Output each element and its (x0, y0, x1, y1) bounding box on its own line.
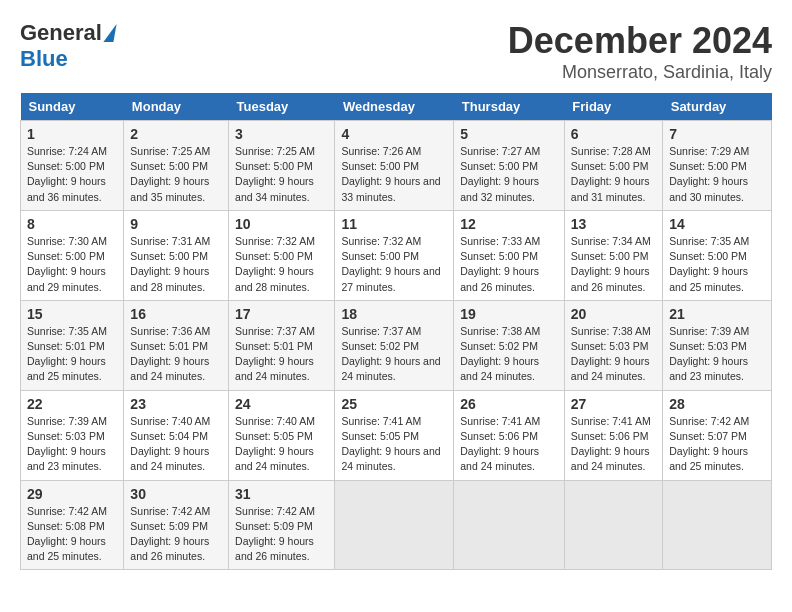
day-number: 14 (669, 216, 765, 232)
day-info: Sunrise: 7:29 AMSunset: 5:00 PMDaylight:… (669, 145, 749, 203)
calendar-cell: 10 Sunrise: 7:32 AMSunset: 5:00 PMDaylig… (229, 210, 335, 300)
day-info: Sunrise: 7:42 AMSunset: 5:08 PMDaylight:… (27, 505, 107, 563)
calendar-cell: 28 Sunrise: 7:42 AMSunset: 5:07 PMDaylig… (663, 390, 772, 480)
calendar-cell: 22 Sunrise: 7:39 AMSunset: 5:03 PMDaylig… (21, 390, 124, 480)
day-number: 31 (235, 486, 328, 502)
calendar-header-row: SundayMondayTuesdayWednesdayThursdayFrid… (21, 93, 772, 121)
calendar-cell: 23 Sunrise: 7:40 AMSunset: 5:04 PMDaylig… (124, 390, 229, 480)
calendar-cell: 7 Sunrise: 7:29 AMSunset: 5:00 PMDayligh… (663, 121, 772, 211)
day-info: Sunrise: 7:32 AMSunset: 5:00 PMDaylight:… (341, 235, 440, 293)
col-header-saturday: Saturday (663, 93, 772, 121)
day-info: Sunrise: 7:42 AMSunset: 5:09 PMDaylight:… (235, 505, 315, 563)
day-number: 6 (571, 126, 656, 142)
day-info: Sunrise: 7:41 AMSunset: 5:06 PMDaylight:… (460, 415, 540, 473)
calendar-cell (335, 480, 454, 570)
day-info: Sunrise: 7:36 AMSunset: 5:01 PMDaylight:… (130, 325, 210, 383)
calendar-cell: 8 Sunrise: 7:30 AMSunset: 5:00 PMDayligh… (21, 210, 124, 300)
calendar-week-4: 22 Sunrise: 7:39 AMSunset: 5:03 PMDaylig… (21, 390, 772, 480)
day-number: 30 (130, 486, 222, 502)
day-number: 23 (130, 396, 222, 412)
col-header-monday: Monday (124, 93, 229, 121)
logo: General Blue (20, 20, 115, 72)
calendar-cell: 3 Sunrise: 7:25 AMSunset: 5:00 PMDayligh… (229, 121, 335, 211)
calendar-week-1: 1 Sunrise: 7:24 AMSunset: 5:00 PMDayligh… (21, 121, 772, 211)
col-header-thursday: Thursday (454, 93, 565, 121)
day-number: 5 (460, 126, 558, 142)
logo-arrow-icon (103, 24, 116, 42)
day-number: 27 (571, 396, 656, 412)
day-number: 8 (27, 216, 117, 232)
day-info: Sunrise: 7:37 AMSunset: 5:02 PMDaylight:… (341, 325, 440, 383)
col-header-tuesday: Tuesday (229, 93, 335, 121)
day-info: Sunrise: 7:34 AMSunset: 5:00 PMDaylight:… (571, 235, 651, 293)
day-info: Sunrise: 7:31 AMSunset: 5:00 PMDaylight:… (130, 235, 210, 293)
day-info: Sunrise: 7:38 AMSunset: 5:03 PMDaylight:… (571, 325, 651, 383)
day-info: Sunrise: 7:30 AMSunset: 5:00 PMDaylight:… (27, 235, 107, 293)
page-title: December 2024 (508, 20, 772, 62)
day-info: Sunrise: 7:25 AMSunset: 5:00 PMDaylight:… (235, 145, 315, 203)
logo-general: General (20, 20, 102, 46)
day-info: Sunrise: 7:37 AMSunset: 5:01 PMDaylight:… (235, 325, 315, 383)
col-header-sunday: Sunday (21, 93, 124, 121)
day-number: 25 (341, 396, 447, 412)
day-info: Sunrise: 7:25 AMSunset: 5:00 PMDaylight:… (130, 145, 210, 203)
calendar-cell: 13 Sunrise: 7:34 AMSunset: 5:00 PMDaylig… (564, 210, 662, 300)
calendar-cell (454, 480, 565, 570)
calendar-cell: 2 Sunrise: 7:25 AMSunset: 5:00 PMDayligh… (124, 121, 229, 211)
day-info: Sunrise: 7:42 AMSunset: 5:07 PMDaylight:… (669, 415, 749, 473)
col-header-friday: Friday (564, 93, 662, 121)
calendar-cell: 25 Sunrise: 7:41 AMSunset: 5:05 PMDaylig… (335, 390, 454, 480)
day-number: 21 (669, 306, 765, 322)
calendar-week-5: 29 Sunrise: 7:42 AMSunset: 5:08 PMDaylig… (21, 480, 772, 570)
calendar-cell: 20 Sunrise: 7:38 AMSunset: 5:03 PMDaylig… (564, 300, 662, 390)
page-subtitle: Monserrato, Sardinia, Italy (508, 62, 772, 83)
calendar-cell: 26 Sunrise: 7:41 AMSunset: 5:06 PMDaylig… (454, 390, 565, 480)
day-info: Sunrise: 7:33 AMSunset: 5:00 PMDaylight:… (460, 235, 540, 293)
day-info: Sunrise: 7:32 AMSunset: 5:00 PMDaylight:… (235, 235, 315, 293)
calendar-cell: 15 Sunrise: 7:35 AMSunset: 5:01 PMDaylig… (21, 300, 124, 390)
day-info: Sunrise: 7:39 AMSunset: 5:03 PMDaylight:… (669, 325, 749, 383)
day-number: 3 (235, 126, 328, 142)
col-header-wednesday: Wednesday (335, 93, 454, 121)
calendar-cell: 24 Sunrise: 7:40 AMSunset: 5:05 PMDaylig… (229, 390, 335, 480)
calendar-cell: 29 Sunrise: 7:42 AMSunset: 5:08 PMDaylig… (21, 480, 124, 570)
logo-blue: Blue (20, 46, 68, 71)
calendar-cell: 11 Sunrise: 7:32 AMSunset: 5:00 PMDaylig… (335, 210, 454, 300)
day-number: 12 (460, 216, 558, 232)
calendar-week-3: 15 Sunrise: 7:35 AMSunset: 5:01 PMDaylig… (21, 300, 772, 390)
day-info: Sunrise: 7:24 AMSunset: 5:00 PMDaylight:… (27, 145, 107, 203)
calendar-cell: 18 Sunrise: 7:37 AMSunset: 5:02 PMDaylig… (335, 300, 454, 390)
calendar-cell: 27 Sunrise: 7:41 AMSunset: 5:06 PMDaylig… (564, 390, 662, 480)
day-number: 10 (235, 216, 328, 232)
calendar-cell: 6 Sunrise: 7:28 AMSunset: 5:00 PMDayligh… (564, 121, 662, 211)
day-info: Sunrise: 7:40 AMSunset: 5:05 PMDaylight:… (235, 415, 315, 473)
calendar-week-2: 8 Sunrise: 7:30 AMSunset: 5:00 PMDayligh… (21, 210, 772, 300)
day-number: 11 (341, 216, 447, 232)
day-info: Sunrise: 7:28 AMSunset: 5:00 PMDaylight:… (571, 145, 651, 203)
day-number: 19 (460, 306, 558, 322)
day-info: Sunrise: 7:35 AMSunset: 5:01 PMDaylight:… (27, 325, 107, 383)
calendar-cell: 16 Sunrise: 7:36 AMSunset: 5:01 PMDaylig… (124, 300, 229, 390)
calendar-cell: 21 Sunrise: 7:39 AMSunset: 5:03 PMDaylig… (663, 300, 772, 390)
day-info: Sunrise: 7:42 AMSunset: 5:09 PMDaylight:… (130, 505, 210, 563)
day-number: 15 (27, 306, 117, 322)
day-number: 4 (341, 126, 447, 142)
calendar-cell: 12 Sunrise: 7:33 AMSunset: 5:00 PMDaylig… (454, 210, 565, 300)
calendar-cell: 30 Sunrise: 7:42 AMSunset: 5:09 PMDaylig… (124, 480, 229, 570)
page-header: General Blue December 2024 Monserrato, S… (20, 20, 772, 83)
calendar-cell: 31 Sunrise: 7:42 AMSunset: 5:09 PMDaylig… (229, 480, 335, 570)
day-info: Sunrise: 7:35 AMSunset: 5:00 PMDaylight:… (669, 235, 749, 293)
day-number: 13 (571, 216, 656, 232)
calendar-cell: 9 Sunrise: 7:31 AMSunset: 5:00 PMDayligh… (124, 210, 229, 300)
day-number: 29 (27, 486, 117, 502)
calendar-cell: 14 Sunrise: 7:35 AMSunset: 5:00 PMDaylig… (663, 210, 772, 300)
day-info: Sunrise: 7:40 AMSunset: 5:04 PMDaylight:… (130, 415, 210, 473)
calendar-cell: 5 Sunrise: 7:27 AMSunset: 5:00 PMDayligh… (454, 121, 565, 211)
day-number: 24 (235, 396, 328, 412)
day-info: Sunrise: 7:41 AMSunset: 5:06 PMDaylight:… (571, 415, 651, 473)
calendar-table: SundayMondayTuesdayWednesdayThursdayFrid… (20, 93, 772, 570)
day-number: 2 (130, 126, 222, 142)
calendar-cell (564, 480, 662, 570)
day-info: Sunrise: 7:26 AMSunset: 5:00 PMDaylight:… (341, 145, 440, 203)
day-number: 28 (669, 396, 765, 412)
